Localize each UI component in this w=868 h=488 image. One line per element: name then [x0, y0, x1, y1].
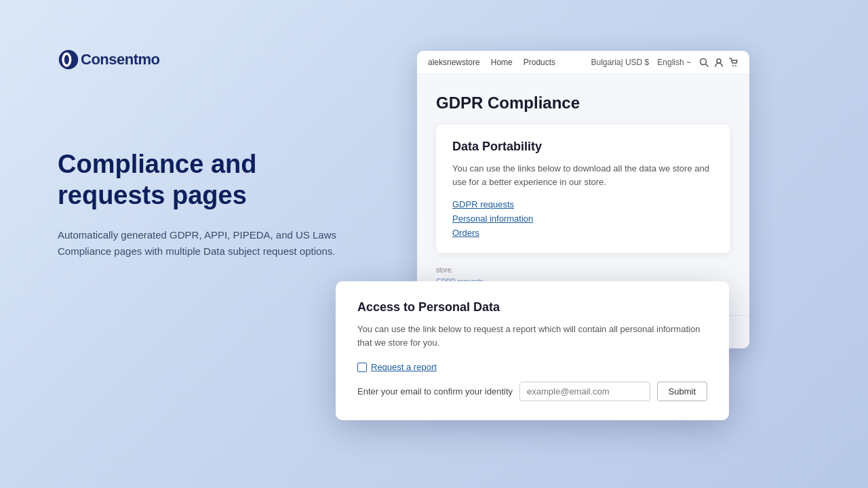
portability-card-title: Data Portability — [452, 140, 714, 154]
browser-content: GDPR Compliance Data Portability You can… — [417, 75, 749, 266]
nav-home[interactable]: Home — [491, 58, 513, 67]
main-description: Automatically generated GDPR, APPI, PIPE… — [58, 227, 349, 260]
browser-topbar: aleksnewstore Home Products Bulgaria| US… — [417, 51, 749, 75]
link-gdpr-requests[interactable]: GDPR requests — [452, 199, 714, 209]
svg-point-6 — [732, 65, 734, 66]
submit-button[interactable]: Submit — [657, 382, 707, 401]
link-personal-info[interactable]: Personal information — [452, 214, 714, 224]
modal-email-row: Enter your email to confirm your identit… — [357, 382, 707, 401]
lower-text: store. — [436, 266, 730, 274]
svg-point-2 — [64, 55, 69, 64]
modal-description: You can use the link below to request a … — [357, 323, 707, 350]
portability-card-description: You can use the links below to download … — [452, 162, 714, 188]
language-selector[interactable]: English ~ — [657, 58, 691, 67]
email-confirm-label: Enter your email to confirm your identit… — [357, 386, 513, 396]
browser-nav-right: Bulgaria| USD $ English ~ — [591, 58, 738, 67]
gdpr-page-title: GDPR Compliance — [436, 94, 730, 113]
portability-card-links: GDPR requests Personal information Order… — [452, 199, 714, 238]
email-input[interactable] — [519, 382, 650, 401]
link-orders[interactable]: Orders — [452, 228, 714, 238]
main-heading: Compliance and requests pages — [58, 149, 349, 211]
account-icon[interactable] — [714, 58, 724, 67]
browser-icons — [699, 58, 738, 67]
region-selector[interactable]: Bulgaria| USD $ — [591, 58, 649, 67]
request-report-link[interactable]: Request a report — [357, 362, 707, 372]
access-personal-data-modal: Access to Personal Data You can use the … — [336, 281, 729, 420]
nav-products[interactable]: Products — [524, 58, 555, 67]
svg-point-5 — [717, 59, 721, 63]
cart-icon[interactable] — [729, 58, 738, 67]
browser-nav: aleksnewstore Home Products — [428, 58, 555, 67]
logo-text: Consentmo — [81, 51, 160, 68]
search-icon[interactable] — [699, 58, 709, 67]
store-name: aleksnewstore — [428, 58, 480, 67]
svg-point-7 — [735, 65, 736, 66]
left-content: Compliance and requests pages Automatica… — [58, 149, 349, 260]
logo: Consentmo — [58, 49, 160, 70]
data-portability-card: Data Portability You can use the links b… — [436, 125, 730, 253]
svg-line-4 — [706, 64, 709, 67]
modal-title: Access to Personal Data — [357, 300, 707, 314]
